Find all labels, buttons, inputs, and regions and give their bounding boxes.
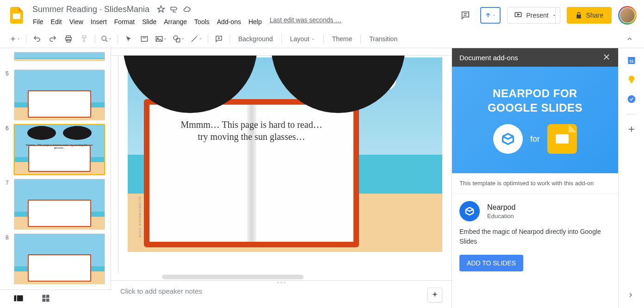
- svg-text:31: 31: [629, 59, 634, 63]
- menu-format[interactable]: Format: [111, 16, 138, 27]
- line-tool[interactable]: [188, 32, 204, 45]
- slide-thumb[interactable]: 5: [6, 69, 105, 120]
- addons-title: Document add-ons: [459, 54, 518, 62]
- nearpod-icon: [459, 201, 480, 221]
- canvas-area: Mmmm… This page is hard to read… try mov…: [111, 48, 452, 308]
- svg-line-10: [105, 40, 107, 42]
- new-slide-button[interactable]: [7, 32, 22, 45]
- svg-rect-29: [14, 295, 16, 302]
- svg-rect-30: [17, 295, 23, 302]
- sunglasses-graphic[interactable]: [123, 56, 415, 127]
- ruler-horizontal[interactable]: [111, 48, 452, 56]
- comments-button[interactable]: [457, 7, 474, 24]
- menu-view[interactable]: View: [66, 16, 87, 27]
- slide-canvas[interactable]: Mmmm… This page is hard to read… try mov…: [128, 57, 442, 252]
- menu-file[interactable]: File: [30, 16, 47, 27]
- menu-help[interactable]: Help: [245, 16, 265, 27]
- add-to-slides-button[interactable]: ADD TO SLIDES: [459, 255, 523, 271]
- menu-arrange[interactable]: Arrange: [161, 16, 190, 27]
- svg-line-17: [192, 36, 197, 42]
- theme-button[interactable]: Theme: [328, 35, 357, 43]
- svg-rect-0: [13, 13, 20, 19]
- right-rail: 31: [618, 48, 644, 308]
- svg-rect-11: [141, 36, 148, 41]
- menu-bar: File Edit View Insert Format Slide Arran…: [30, 16, 341, 27]
- layout-button[interactable]: Layout: [285, 35, 320, 43]
- tasks-icon[interactable]: [627, 94, 636, 104]
- slide-thumb[interactable]: 6 Mmmm.. This page is hard to read.. try…: [6, 124, 105, 175]
- addon-description: Embed the magic of Nearpod directly into…: [459, 227, 611, 246]
- background-button[interactable]: Background: [234, 35, 278, 43]
- svg-rect-16: [176, 38, 180, 42]
- present-upload-button[interactable]: [480, 7, 501, 24]
- present-button[interactable]: Present: [507, 7, 555, 24]
- menu-insert[interactable]: Insert: [87, 16, 110, 27]
- share-label: Share: [586, 12, 603, 19]
- image-tool[interactable]: [153, 32, 169, 45]
- textbox-tool[interactable]: [137, 32, 151, 45]
- move-icon[interactable]: [170, 5, 178, 13]
- svg-point-26: [627, 95, 635, 103]
- cloud-icon[interactable]: [183, 5, 191, 13]
- last-edit[interactable]: Last edit was seconds …: [270, 16, 342, 27]
- comment-tool[interactable]: [212, 32, 226, 45]
- svg-rect-25: [630, 82, 632, 83]
- book-hidden-text: Did you know that a cat uses its whisker…: [266, 171, 340, 223]
- select-tool[interactable]: [122, 32, 136, 45]
- watermark: SLIDESMANIA.COM: [138, 196, 142, 238]
- ruler-vertical[interactable]: [111, 56, 118, 274]
- paint-format-button[interactable]: [77, 32, 91, 45]
- horizontal-scrollbar[interactable]: [162, 275, 303, 279]
- svg-rect-31: [43, 295, 46, 298]
- addon-category: Education: [487, 213, 515, 220]
- addon-banner: NEARPOD FOR GOOGLE SLIDES for: [452, 67, 618, 173]
- doc-title[interactable]: Summer Reading · SlidesMania: [30, 4, 152, 15]
- transition-button[interactable]: Transition: [365, 35, 402, 43]
- undo-button[interactable]: [30, 32, 44, 45]
- get-addons-icon[interactable]: [627, 125, 636, 134]
- slide-thumb[interactable]: [6, 52, 105, 66]
- filmstrip[interactable]: 5 6 Mmmm.. This page is hard to read.. t…: [0, 48, 111, 308]
- addons-panel: Document add-ons NEARPOD FOR GOOGLE SLID…: [452, 48, 618, 308]
- view-mode-bar: [0, 289, 111, 308]
- present-label: Present: [526, 12, 548, 19]
- slides-logo[interactable]: [7, 6, 26, 25]
- calendar-icon[interactable]: 31: [627, 56, 636, 65]
- menu-edit[interactable]: Edit: [48, 16, 65, 27]
- addon-name: Nearpod: [487, 203, 515, 212]
- speaker-notes[interactable]: Click to add speaker notes: [111, 280, 452, 308]
- explore-button[interactable]: [427, 288, 442, 302]
- filmstrip-view-icon[interactable]: [14, 295, 23, 303]
- print-button[interactable]: [62, 32, 75, 45]
- slide-thumb[interactable]: 8: [6, 233, 105, 284]
- header: Summer Reading · SlidesMania File Edit V…: [0, 0, 644, 30]
- star-icon[interactable]: [157, 5, 165, 13]
- svg-rect-34: [46, 299, 50, 302]
- redo-button[interactable]: [46, 32, 60, 45]
- svg-rect-32: [46, 295, 50, 298]
- zoom-button[interactable]: [99, 32, 114, 45]
- avatar[interactable]: [618, 6, 637, 25]
- present-dropdown[interactable]: [549, 7, 560, 24]
- close-icon[interactable]: [602, 53, 611, 63]
- slide-thumb[interactable]: 7: [6, 179, 105, 230]
- speaker-notes-placeholder: Click to add speaker notes: [120, 287, 202, 295]
- keep-icon[interactable]: [627, 75, 636, 84]
- nearpod-logo-icon: [493, 124, 523, 154]
- grid-view-icon[interactable]: [42, 294, 50, 304]
- shape-tool[interactable]: [171, 32, 186, 45]
- collapse-toolbar-button[interactable]: [623, 32, 637, 45]
- share-button[interactable]: Share: [567, 7, 612, 24]
- svg-point-9: [102, 36, 106, 40]
- svg-point-15: [173, 36, 178, 40]
- svg-rect-33: [43, 299, 46, 302]
- menu-addons[interactable]: Add-ons: [214, 16, 244, 27]
- addon-note: This template is optimised to work with …: [452, 173, 618, 194]
- toolbar: Background Layout Theme Transition: [0, 30, 644, 48]
- menu-slide[interactable]: Slide: [139, 16, 160, 27]
- collapse-rail-icon[interactable]: [627, 291, 636, 301]
- slides-logo-icon: [547, 124, 577, 154]
- menu-tools[interactable]: Tools: [191, 16, 213, 27]
